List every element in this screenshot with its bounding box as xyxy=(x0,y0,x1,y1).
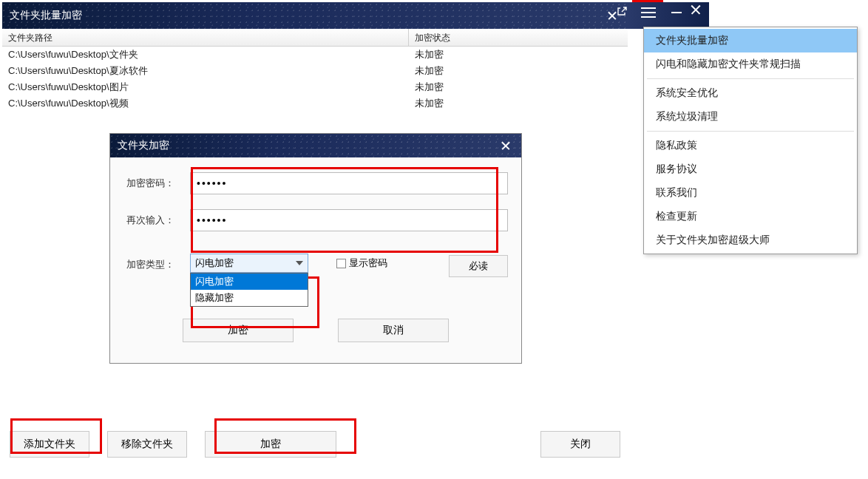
dialog-title: 文件夹加密 xyxy=(118,139,514,152)
sys-icons xyxy=(615,4,628,18)
menu-item-security[interactable]: 系统安全优化 xyxy=(644,81,857,105)
combo-option[interactable]: 隐藏加密 xyxy=(191,290,308,306)
combo-dropdown: 闪电加密 隐藏加密 xyxy=(190,273,308,307)
menu-item-scan[interactable]: 闪电和隐藏加密文件夹常规扫描 xyxy=(644,52,857,76)
menu-separator xyxy=(647,131,854,132)
password-label: 加密密码： xyxy=(123,177,190,190)
main-titlebar[interactable]: 文件夹批量加密 xyxy=(2,2,628,29)
hamburger-menu: 文件夹批量加密 闪电和隐藏加密文件夹常规扫描 系统安全优化 系统垃圾清理 隐私政… xyxy=(643,27,858,254)
dialog-titlebar[interactable]: 文件夹加密 xyxy=(110,134,521,157)
bottom-bar: 添加文件夹 移除文件夹 加密 关闭 xyxy=(10,431,620,458)
close-button[interactable]: 关闭 xyxy=(540,431,620,458)
menu-item-cleanup[interactable]: 系统垃圾清理 xyxy=(644,105,857,129)
combo-option[interactable]: 闪电加密 xyxy=(191,274,308,290)
hamburger-button-wrap xyxy=(633,0,664,25)
password-again-label: 再次输入： xyxy=(123,214,190,227)
col-header-path[interactable]: 文件夹路径 xyxy=(2,29,409,46)
dialog-body: 加密密码： 再次输入： 加密类型： 闪电加密 闪电加密 隐藏加密 显示密码 xyxy=(110,157,521,350)
col-header-status[interactable]: 加密状态 xyxy=(409,29,628,46)
combo-selected[interactable]: 闪电加密 xyxy=(190,254,308,273)
table-row[interactable]: C:\Users\fuwu\Desktop\视频未加密 xyxy=(2,95,628,112)
columns-header: 文件夹路径 加密状态 xyxy=(2,29,628,47)
share-icon[interactable] xyxy=(615,4,628,18)
must-read-button[interactable]: 必读 xyxy=(449,255,508,277)
add-folder-button[interactable]: 添加文件夹 xyxy=(10,431,89,458)
menu-separator xyxy=(647,78,854,79)
menu-item-update[interactable]: 检查更新 xyxy=(644,205,857,228)
table-row[interactable]: C:\Users\fuwu\Desktop\夏冰软件未加密 xyxy=(2,63,628,79)
menu-item-terms[interactable]: 服务协议 xyxy=(644,157,857,181)
password-input[interactable] xyxy=(190,172,508,194)
type-combo[interactable]: 闪电加密 闪电加密 隐藏加密 xyxy=(190,254,308,273)
checkbox-icon xyxy=(336,259,346,268)
table-row[interactable]: C:\Users\fuwu\Desktop\文件夹未加密 xyxy=(2,47,628,63)
close-icon[interactable] xyxy=(501,140,511,151)
table-body: C:\Users\fuwu\Desktop\文件夹未加密 C:\Users\fu… xyxy=(2,47,628,112)
menu-item-batch-encrypt[interactable]: 文件夹批量加密 xyxy=(644,29,857,52)
menu-item-privacy[interactable]: 隐私政策 xyxy=(644,134,857,157)
table-row[interactable]: C:\Users\fuwu\Desktop\图片未加密 xyxy=(2,79,628,95)
encrypt-dialog: 文件夹加密 加密密码： 再次输入： 加密类型： 闪电加密 闪电加密 隐藏加密 xyxy=(109,133,522,364)
dialog-encrypt-button[interactable]: 加密 xyxy=(183,319,294,342)
show-password-checkbox[interactable]: 显示密码 xyxy=(336,257,387,270)
menu-item-about[interactable]: 关于文件夹加密超级大师 xyxy=(644,228,857,252)
minimize-icon[interactable] xyxy=(671,12,682,13)
hamburger-icon[interactable] xyxy=(641,7,656,18)
remove-folder-button[interactable]: 移除文件夹 xyxy=(107,431,187,458)
dialog-cancel-button[interactable]: 取消 xyxy=(338,319,449,342)
type-label: 加密类型： xyxy=(123,254,190,271)
menu-item-contact[interactable]: 联系我们 xyxy=(644,181,857,205)
encrypt-button[interactable]: 加密 xyxy=(205,431,336,458)
chevron-down-icon xyxy=(296,261,303,265)
window-close-icon[interactable] xyxy=(689,3,702,16)
main-title: 文件夹批量加密 xyxy=(10,9,620,22)
password-again-input[interactable] xyxy=(190,209,508,231)
